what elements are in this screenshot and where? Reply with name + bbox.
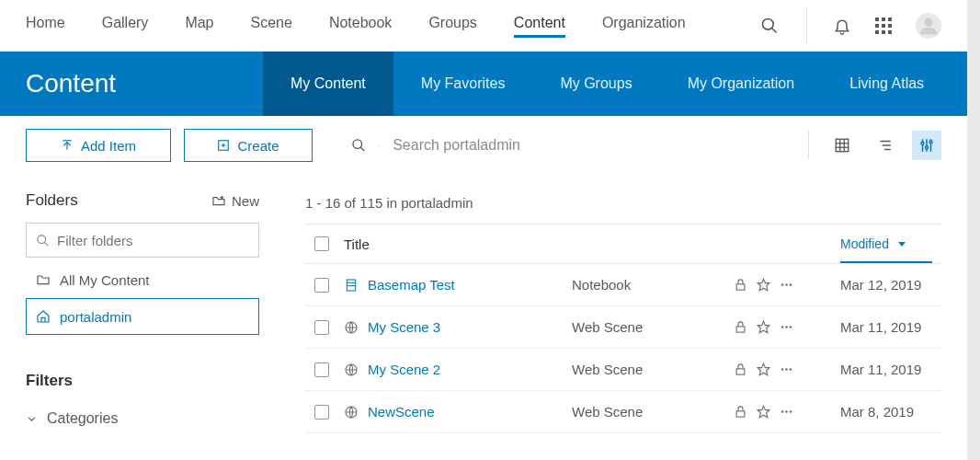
tab-my-groups[interactable]: My Groups — [532, 52, 659, 116]
svg-line-18 — [360, 147, 364, 151]
col-title-header[interactable]: Title — [344, 236, 557, 252]
svg-point-35 — [38, 235, 46, 243]
upload-icon — [61, 139, 74, 152]
star-icon[interactable] — [757, 405, 770, 419]
svg-point-63 — [790, 410, 792, 413]
table-row: NewScene Web Scene Mar 8, 2019 — [305, 391, 941, 433]
more-icon[interactable] — [780, 405, 793, 419]
svg-point-51 — [790, 326, 792, 328]
nav-map[interactable]: Map — [185, 15, 213, 38]
svg-point-57 — [790, 368, 792, 371]
tab-my-organization[interactable]: My Organization — [660, 52, 823, 116]
svg-rect-53 — [736, 369, 745, 374]
item-link[interactable]: NewScene — [368, 404, 435, 420]
search-icon — [36, 234, 50, 247]
star-icon[interactable] — [757, 362, 770, 376]
add-item-button[interactable]: Add Item — [26, 129, 171, 162]
col-modified-header[interactable]: Modified — [840, 226, 932, 263]
globe-icon — [344, 405, 359, 420]
svg-marker-60 — [758, 406, 769, 418]
table-row: Basemap Test Notebook Mar 12, 2019 — [305, 264, 941, 306]
filter-categories[interactable]: Categories — [26, 410, 259, 427]
new-folder-button[interactable]: New — [211, 193, 259, 209]
filters-title: Filters — [26, 372, 259, 390]
search-input[interactable] — [393, 137, 786, 154]
svg-rect-47 — [736, 327, 745, 332]
folder-all-my-content[interactable]: All My Content — [26, 261, 259, 298]
svg-point-0 — [763, 19, 774, 30]
search-icon — [351, 137, 366, 154]
row-checkbox[interactable] — [314, 278, 329, 293]
bell-icon[interactable] — [833, 17, 851, 35]
filter-folders-input[interactable] — [57, 233, 249, 248]
tab-living-atlas[interactable]: Living Atlas — [822, 52, 952, 116]
create-button[interactable]: Create — [184, 129, 313, 162]
filter-folders-input-wrap[interactable] — [26, 223, 259, 258]
star-icon[interactable] — [757, 320, 770, 334]
svg-point-30 — [926, 146, 929, 149]
nav-organization[interactable]: Organization — [602, 15, 686, 38]
svg-point-32 — [929, 141, 932, 144]
nav-home[interactable]: Home — [26, 15, 65, 38]
sort-desc-icon — [896, 238, 907, 249]
item-link[interactable]: My Scene 3 — [368, 319, 440, 335]
table-row: My Scene 2 Web Scene Mar 11, 2019 — [305, 349, 941, 391]
more-icon[interactable] — [780, 278, 793, 292]
nav-content[interactable]: Content — [514, 15, 565, 38]
results-count: 1 - 16 of 115 in portaladmin — [305, 195, 941, 211]
row-checkbox[interactable] — [314, 362, 329, 377]
svg-marker-37 — [898, 242, 906, 247]
row-checkbox[interactable] — [314, 405, 329, 420]
tab-my-content[interactable]: My Content — [263, 52, 393, 116]
svg-rect-5 — [875, 24, 879, 28]
svg-rect-6 — [882, 24, 885, 28]
lock-icon[interactable] — [734, 362, 747, 376]
notebook-icon — [344, 278, 359, 293]
nav-scene[interactable]: Scene — [251, 15, 292, 38]
row-checkbox[interactable] — [314, 320, 329, 335]
view-filter-button[interactable] — [912, 131, 941, 160]
svg-rect-2 — [875, 17, 879, 21]
svg-rect-4 — [888, 17, 892, 21]
svg-marker-42 — [758, 279, 769, 291]
nav-gallery[interactable]: Gallery — [102, 15, 149, 38]
item-link[interactable]: Basemap Test — [368, 277, 455, 293]
more-icon[interactable] — [780, 320, 793, 334]
nav-groups[interactable]: Groups — [428, 15, 476, 38]
svg-rect-8 — [875, 30, 879, 34]
svg-point-61 — [781, 410, 784, 413]
item-type: Notebook — [572, 277, 719, 293]
folder-label: portaladmin — [60, 309, 131, 325]
plus-box-icon — [217, 139, 230, 152]
svg-rect-3 — [882, 17, 885, 21]
more-icon[interactable] — [780, 362, 793, 376]
categories-label: Categories — [47, 410, 118, 427]
apps-grid-icon[interactable] — [875, 17, 892, 34]
select-all-checkbox[interactable] — [314, 236, 329, 251]
tab-my-favorites[interactable]: My Favorites — [393, 52, 533, 116]
item-type: Web Scene — [572, 362, 719, 377]
star-icon[interactable] — [757, 278, 770, 292]
list-icon — [876, 137, 893, 154]
section-header: Content My Content My Favorites My Group… — [0, 52, 967, 116]
search-icon[interactable] — [760, 17, 779, 35]
item-type: Web Scene — [572, 319, 719, 335]
lock-icon[interactable] — [734, 405, 747, 419]
nav-notebook[interactable]: Notebook — [329, 15, 393, 38]
lock-icon[interactable] — [734, 278, 747, 292]
sliders-icon — [918, 137, 935, 154]
item-modified: Mar 11, 2019 — [840, 362, 932, 377]
svg-rect-19 — [836, 139, 849, 152]
lock-icon[interactable] — [734, 320, 747, 334]
item-modified: Mar 12, 2019 — [840, 277, 932, 293]
item-link[interactable]: My Scene 2 — [368, 362, 440, 377]
text-cursor-icon — [379, 136, 380, 155]
scrollbar-thumb[interactable] — [967, 0, 980, 101]
view-table-button[interactable] — [827, 131, 857, 160]
table-header: Title Modified — [305, 224, 941, 264]
svg-rect-10 — [888, 30, 892, 34]
avatar[interactable] — [916, 13, 941, 39]
view-list-button[interactable] — [870, 131, 899, 160]
folder-portaladmin[interactable]: portaladmin — [26, 298, 259, 335]
chevron-down-icon — [26, 413, 38, 425]
